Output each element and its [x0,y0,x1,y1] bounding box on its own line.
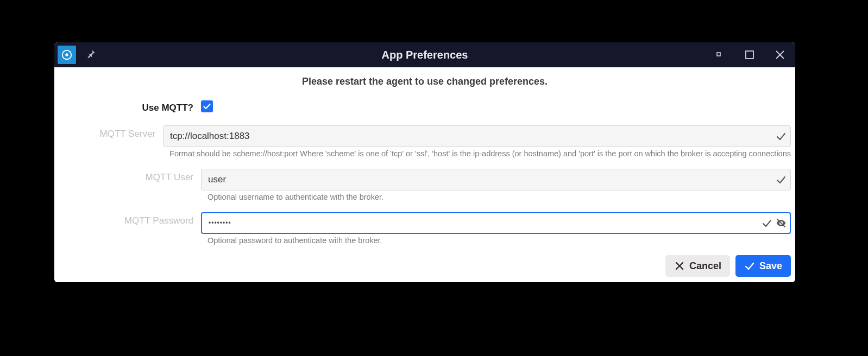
mqtt-server-helper: Format should be scheme://host:port Wher… [163,149,791,158]
mqtt-password-input[interactable] [201,212,791,234]
cancel-button-label: Cancel [689,260,721,272]
mqtt-user-label: MQTT User [54,169,201,183]
mqtt-server-label: MQTT Server [54,125,163,139]
cancel-button[interactable]: Cancel [665,255,730,277]
mqtt-server-row: MQTT Server Format should be scheme:/ [54,125,795,166]
mqtt-user-row: MQTT User Optional username to authen [54,169,795,209]
titlebar: App Preferences [54,42,795,67]
window-minimize-icon[interactable] [704,42,734,67]
svg-point-1 [65,53,68,56]
app-icon [58,46,76,64]
checkmark-icon [744,260,755,271]
toggle-password-visibility-icon[interactable] [776,218,787,228]
window-close-icon[interactable] [765,42,795,67]
close-icon [674,260,685,271]
content-area: Please restart the agent to use changed … [54,67,795,282]
svg-rect-2 [717,53,720,56]
window-title: App Preferences [54,49,795,61]
pin-icon[interactable] [86,48,97,61]
save-button[interactable]: Save [735,255,791,277]
dialog-footer: Cancel Save [665,255,791,277]
mqtt-server-input[interactable] [163,125,791,147]
mqtt-password-helper: Optional password to authenticate with t… [201,236,791,245]
use-mqtt-checkbox[interactable] [201,100,213,112]
window-maximize-icon[interactable] [734,42,765,67]
mqtt-password-row: MQTT Password [54,212,795,252]
save-button-label: Save [759,260,782,272]
mqtt-user-helper: Optional username to authenticate with t… [201,193,791,201]
checkmark-icon [776,174,787,185]
restart-notice: Please restart the agent to use changed … [54,76,795,87]
use-mqtt-row: Use MQTT? [54,99,795,113]
preferences-form: Use MQTT? MQTT Server [54,99,795,252]
checkmark-icon [762,218,772,228]
checkmark-icon [776,131,787,142]
mqtt-user-input[interactable] [201,169,791,190]
svg-rect-3 [746,51,753,59]
mqtt-password-label: MQTT Password [54,212,201,226]
preferences-window: App Preferences Please restart the agen [54,42,795,282]
use-mqtt-label: Use MQTT? [54,99,201,113]
